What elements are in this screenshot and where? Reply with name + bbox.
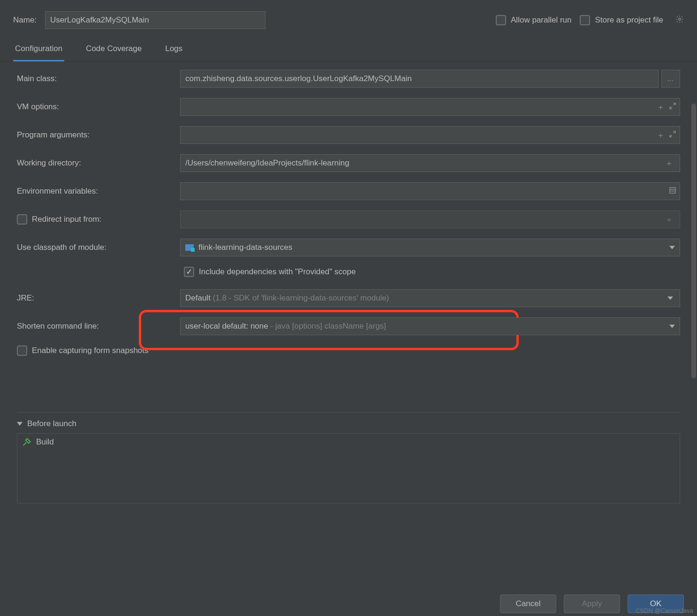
plus-icon[interactable]: ＋ bbox=[665, 214, 673, 225]
cancel-button[interactable]: Cancel bbox=[500, 594, 556, 613]
name-input[interactable] bbox=[45, 11, 265, 29]
store-project-checkbox[interactable] bbox=[580, 15, 590, 25]
main-class-value: com.zhisheng.data.sources.userlog.UserLo… bbox=[185, 74, 412, 83]
chevron-down-icon bbox=[669, 246, 675, 249]
jre-label: JRE: bbox=[17, 293, 180, 303]
apply-button[interactable]: Apply bbox=[564, 594, 620, 613]
enable-capture-checkbox[interactable] bbox=[17, 346, 27, 356]
include-deps-label: Include dependencies with "Provided" sco… bbox=[199, 267, 356, 277]
include-deps-checkbox[interactable] bbox=[184, 267, 194, 277]
before-launch-section: Before launch Build bbox=[17, 412, 680, 503]
main-class-row: Main class: com.zhisheng.data.sources.us… bbox=[17, 70, 680, 88]
expand-icon[interactable] bbox=[668, 102, 677, 113]
jre-dropdown-button[interactable] bbox=[659, 289, 680, 307]
list-item[interactable]: Build bbox=[17, 434, 680, 451]
shorten-row: Shorten command line: user-local default… bbox=[17, 317, 680, 335]
shorten-value-hint: - java [options] className [args] bbox=[268, 322, 386, 331]
classpath-row: Use classpath of module: flink-learning-… bbox=[17, 239, 680, 256]
program-args-row: Program arguments: ＋ bbox=[17, 126, 680, 144]
tabs: Configuration Code Coverage Logs bbox=[0, 37, 697, 61]
tab-code-coverage[interactable]: Code Coverage bbox=[84, 39, 144, 61]
working-dir-label: Working directory: bbox=[17, 158, 180, 168]
shorten-select[interactable]: user-local default: none - java [options… bbox=[180, 317, 680, 335]
redirect-row: Redirect input from: ＋ bbox=[17, 210, 680, 228]
jre-value: Default (1.8 - SDK of 'flink-learning-da… bbox=[185, 293, 389, 303]
include-deps-option[interactable]: Include dependencies with "Provided" sco… bbox=[184, 267, 356, 277]
main-class-browse-button[interactable]: … bbox=[661, 70, 680, 88]
module-icon bbox=[185, 244, 194, 251]
svg-point-0 bbox=[679, 18, 681, 20]
watermark: CSDN @CarsonJava bbox=[636, 607, 693, 614]
classpath-label: Use classpath of module: bbox=[17, 243, 180, 252]
allow-parallel-checkbox[interactable] bbox=[496, 15, 506, 25]
name-label: Name: bbox=[13, 15, 37, 25]
tab-configuration[interactable]: Configuration bbox=[13, 39, 64, 61]
working-dir-input[interactable]: /Users/chenweifeng/IdeaProjects/flink-le… bbox=[180, 154, 680, 172]
vm-options-input[interactable]: ＋ bbox=[180, 98, 680, 116]
jre-value-main: Default bbox=[185, 293, 211, 302]
allow-parallel-label: Allow parallel run bbox=[511, 15, 571, 25]
main-class-label: Main class: bbox=[17, 74, 180, 83]
expand-icon[interactable] bbox=[668, 130, 677, 141]
vm-options-row: VM options: ＋ bbox=[17, 98, 680, 116]
enable-capture-label: Enable capturing form snapshots bbox=[32, 346, 149, 355]
chevron-down-icon bbox=[667, 297, 673, 300]
classpath-value: flink-learning-data-sources bbox=[198, 243, 292, 252]
working-dir-row: Working directory: /Users/chenweifeng/Id… bbox=[17, 154, 680, 172]
header: Name: Allow parallel run Store as projec… bbox=[0, 0, 697, 37]
scrollbar-thumb[interactable] bbox=[691, 104, 696, 378]
redirect-input-option[interactable]: Redirect input from: bbox=[17, 214, 180, 225]
footer: Cancel Apply OK bbox=[0, 590, 697, 616]
jre-select[interactable]: Default (1.8 - SDK of 'flink-learning-da… bbox=[180, 289, 659, 307]
run-config-dialog: Name: Allow parallel run Store as projec… bbox=[0, 0, 697, 616]
jre-row: JRE: Default (1.8 - SDK of 'flink-learni… bbox=[17, 289, 680, 307]
plus-icon[interactable]: ＋ bbox=[657, 102, 665, 113]
plus-icon[interactable]: ＋ bbox=[657, 130, 665, 141]
chevron-down-icon bbox=[669, 325, 675, 328]
env-vars-row: Environment variables: bbox=[17, 182, 680, 200]
scrollbar[interactable] bbox=[691, 104, 696, 562]
shorten-value-main: user-local default: none bbox=[185, 322, 268, 331]
enable-capture-option[interactable]: Enable capturing form snapshots bbox=[17, 346, 149, 356]
vm-options-label: VM options: bbox=[17, 102, 180, 112]
tab-logs[interactable]: Logs bbox=[163, 39, 184, 61]
before-launch-title: Before launch bbox=[27, 419, 76, 428]
before-launch-list[interactable]: Build bbox=[17, 433, 680, 503]
allow-parallel-option[interactable]: Allow parallel run bbox=[496, 15, 571, 25]
program-args-label: Program arguments: bbox=[17, 130, 180, 140]
include-deps-row: Include dependencies with "Provided" sco… bbox=[17, 267, 680, 277]
env-vars-input[interactable] bbox=[180, 182, 680, 200]
plus-icon[interactable]: ＋ bbox=[665, 158, 673, 169]
redirect-label: Redirect input from: bbox=[32, 215, 101, 224]
shorten-label: Shorten command line: bbox=[17, 322, 180, 331]
list-icon[interactable] bbox=[668, 186, 677, 197]
working-dir-value: /Users/chenweifeng/IdeaProjects/flink-le… bbox=[185, 158, 349, 168]
content-area: Main class: com.zhisheng.data.sources.us… bbox=[0, 61, 697, 590]
classpath-select[interactable]: flink-learning-data-sources bbox=[180, 239, 680, 256]
store-project-label: Store as project file bbox=[595, 15, 663, 25]
redirect-input-field[interactable]: ＋ bbox=[180, 210, 680, 228]
enable-capture-row: Enable capturing form snapshots bbox=[17, 346, 680, 356]
build-item-label: Build bbox=[36, 437, 54, 447]
env-vars-label: Environment variables: bbox=[17, 187, 180, 196]
svg-rect-1 bbox=[670, 188, 675, 193]
gear-icon[interactable] bbox=[675, 15, 684, 26]
hammer-icon bbox=[22, 437, 31, 447]
before-launch-header[interactable]: Before launch bbox=[17, 419, 680, 428]
program-args-input[interactable]: ＋ bbox=[180, 126, 680, 144]
main-class-input[interactable]: com.zhisheng.data.sources.userlog.UserLo… bbox=[180, 70, 659, 88]
jre-value-hint: (1.8 - SDK of 'flink-learning-data-sourc… bbox=[211, 293, 389, 302]
shorten-value: user-local default: none - java [options… bbox=[185, 322, 386, 331]
chevron-down-icon bbox=[17, 422, 23, 426]
redirect-checkbox[interactable] bbox=[17, 214, 27, 225]
store-project-option[interactable]: Store as project file bbox=[580, 15, 663, 25]
